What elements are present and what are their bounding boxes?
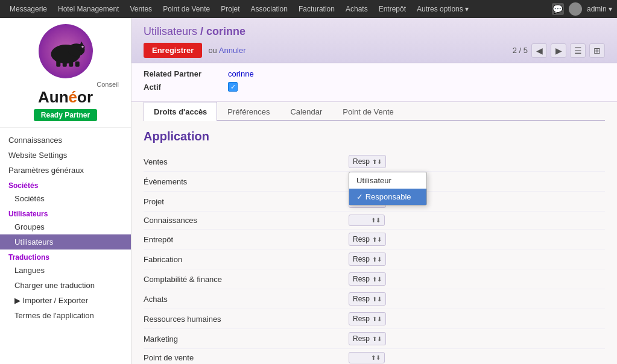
actif-label: Actif — [144, 83, 228, 92]
nav-pdv[interactable]: Point de Vente — [158, 2, 215, 16]
save-button[interactable]: Enregistrer — [144, 43, 202, 58]
form-area: Related Partner corinne Actif ✓ — [131, 63, 617, 102]
select-fabrication[interactable]: Resp ⬆⬇ — [349, 253, 386, 266]
select-entrepot[interactable]: Resp ⬆⬇ — [349, 233, 386, 246]
sidebar-item-societes[interactable]: Sociétés — [0, 191, 131, 206]
select-connaissances[interactable]: ⬆⬇ — [349, 215, 385, 226]
sidebar-item-termes[interactable]: Termes de l'application — [0, 308, 131, 323]
table-row: Connaissances ⬆⬇ — [144, 212, 605, 230]
topnav-right: 💬 admin ▾ — [552, 2, 612, 16]
row-label-entrepot: Entrepôt — [144, 235, 349, 244]
avatar[interactable] — [569, 2, 582, 16]
logo-conseil: Conseil — [6, 81, 119, 88]
sidebar-item-params[interactable]: Paramètres généraux — [0, 163, 131, 178]
svg-rect-5 — [75, 61, 79, 67]
sidebar-item-connaissances[interactable]: Connaissances — [0, 133, 131, 148]
select-point-de-vente[interactable]: ⬆⬇ — [349, 352, 385, 363]
top-navigation: Messagerie Hotel Management Ventes Point… — [0, 0, 617, 18]
nav-autres[interactable]: Autres options ▾ — [412, 2, 473, 16]
dropdown-item-responsable[interactable]: Responsable — [349, 189, 426, 205]
main-layout: Conseil Aunéor Ready Partner Connaissanc… — [0, 18, 617, 364]
form-view-button[interactable]: ⊞ — [589, 43, 605, 58]
row-label-comptabilite: Comptabilité & finance — [144, 275, 349, 284]
select-rh[interactable]: Resp ⬆⬇ — [349, 312, 386, 325]
logo-circle — [39, 24, 93, 78]
table-row: Comptabilité & finance Resp ⬆⬇ — [144, 269, 605, 289]
section-societes: Sociétés — [0, 178, 131, 191]
table-row: Marketing Resp ⬆⬇ — [144, 329, 605, 349]
tab-preferences[interactable]: Préférences — [217, 102, 280, 121]
next-button[interactable]: ▶ — [551, 43, 566, 58]
select-ventes[interactable]: Resp ⬆⬇ — [349, 155, 386, 168]
page-header: Utilisateurs / corinne Enregistrer ou An… — [131, 18, 617, 63]
logo-auneor: Aunéor — [6, 88, 125, 107]
nav-achats[interactable]: Achats — [341, 2, 373, 16]
sidebar-item-website[interactable]: Website Settings — [0, 148, 131, 163]
select-marketing[interactable]: Resp ⬆⬇ — [349, 332, 386, 345]
rhino-icon — [45, 33, 87, 69]
section-utilisateurs: Utilisateurs — [0, 206, 131, 219]
application-section: Application Ventes Resp ⬆⬇ Évènements Re… — [131, 121, 617, 364]
chevron-icon: ⬆⬇ — [371, 217, 381, 224]
sidebar-item-groupes[interactable]: Groupes — [0, 219, 131, 234]
sidebar-item-utilisateurs[interactable]: Utilisateurs — [0, 234, 131, 249]
sidebar-item-langues[interactable]: Langues — [0, 263, 131, 278]
table-row: Entrepôt Resp ⬆⬇ — [144, 230, 605, 249]
row-label-evenements: Évènements — [144, 177, 349, 186]
chevron-icon: ⬆⬇ — [372, 158, 382, 165]
nav-messagerie[interactable]: Messagerie — [5, 2, 52, 16]
tab-droits[interactable]: Droits d'accès — [144, 102, 217, 121]
row-label-rh: Ressources humaines — [144, 315, 349, 324]
table-row: Fabrication Resp ⬆⬇ — [144, 249, 605, 269]
sidebar: Conseil Aunéor Ready Partner Connaissanc… — [0, 18, 131, 364]
tabs: Droits d'accès Préférences Calendar Poin… — [144, 102, 605, 121]
admin-menu[interactable]: admin ▾ — [587, 5, 612, 13]
table-row: Évènements Resp ⬆⬇ Utilisateur Responsab… — [144, 172, 605, 192]
row-label-ventes: Ventes — [144, 157, 349, 166]
nav-facturation[interactable]: Facturation — [294, 2, 340, 16]
list-view-button[interactable]: ☰ — [570, 43, 586, 58]
breadcrumb-parent[interactable]: Utilisateurs — [144, 25, 197, 37]
select-achats[interactable]: Resp ⬆⬇ — [349, 292, 386, 306]
cancel-link[interactable]: Annuler — [219, 46, 246, 55]
sidebar-item-charger[interactable]: Charger une traduction — [0, 278, 131, 293]
svg-marker-7 — [79, 42, 83, 46]
svg-rect-4 — [69, 61, 73, 67]
chevron-icon: ⬆⬇ — [372, 236, 382, 243]
toolbar: Enregistrer ou Annuler 2 / 5 ◀ ▶ ☰ ⊞ — [144, 43, 605, 58]
sidebar-nav: Connaissances Website Settings Paramètre… — [0, 128, 131, 328]
related-partner-value[interactable]: corinne — [228, 69, 254, 78]
prev-button[interactable]: ◀ — [531, 43, 547, 58]
sidebar-item-importer[interactable]: ▶ Importer / Exporter — [0, 293, 131, 308]
chevron-icon: ⬆⬇ — [372, 316, 382, 322]
breadcrumb-current: corinne — [206, 25, 245, 37]
chevron-icon: ⬆⬇ — [372, 336, 382, 342]
ready-partner-badge: Ready Partner — [34, 109, 97, 121]
ou-label: ou Annuler — [208, 46, 245, 55]
row-label-achats: Achats — [144, 295, 349, 304]
chevron-icon: ⬆⬇ — [371, 354, 381, 361]
breadcrumb: Utilisateurs / corinne — [144, 25, 605, 38]
tab-calendar[interactable]: Calendar — [280, 102, 332, 121]
table-row: Ressources humaines Resp ⬆⬇ — [144, 309, 605, 329]
row-label-fabrication: Fabrication — [144, 255, 349, 264]
pagination-count: 2 / 5 — [513, 46, 528, 55]
chat-icon[interactable]: 💬 — [552, 3, 564, 15]
dropdown-item-utilisateur[interactable]: Utilisateur — [349, 172, 426, 189]
nav-ventes[interactable]: Ventes — [125, 2, 157, 16]
related-partner-label: Related Partner — [144, 69, 228, 78]
row-label-marketing: Marketing — [144, 334, 349, 344]
actif-checkbox[interactable]: ✓ — [228, 82, 238, 92]
tab-pdv[interactable]: Point de Vente — [332, 102, 404, 121]
related-partner-row: Related Partner corinne — [144, 69, 605, 78]
nav-entrepot[interactable]: Entrepôt — [374, 2, 411, 16]
nav-projet[interactable]: Projet — [216, 2, 244, 16]
section-traductions: Traductions — [0, 249, 131, 263]
nav-association[interactable]: Association — [246, 2, 293, 16]
application-title: Application — [144, 130, 605, 143]
main-content: Utilisateurs / corinne Enregistrer ou An… — [131, 18, 617, 364]
nav-hotel[interactable]: Hotel Management — [53, 2, 124, 16]
select-comptabilite[interactable]: Resp ⬆⬇ — [349, 272, 386, 286]
chevron-icon: ⬆⬇ — [372, 296, 382, 303]
svg-rect-3 — [62, 61, 66, 67]
